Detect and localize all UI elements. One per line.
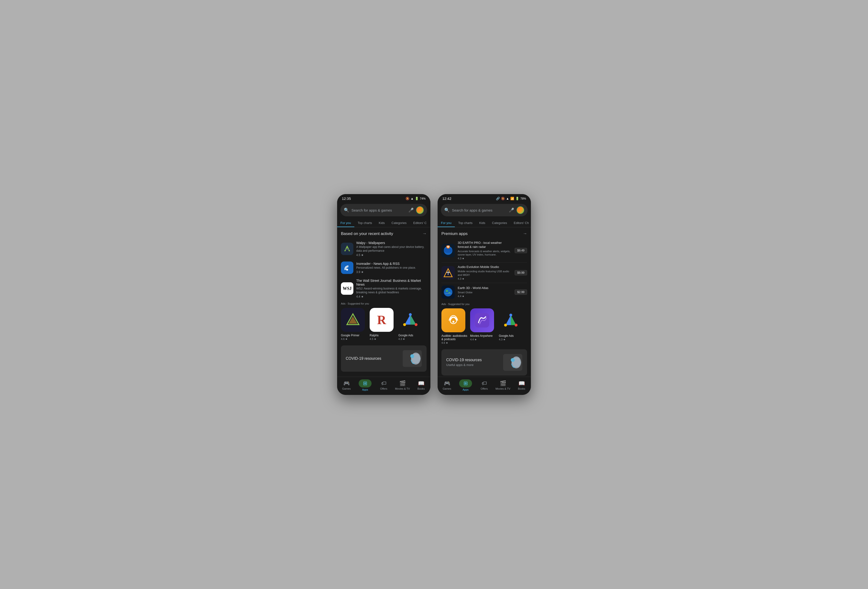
nav-movies-left[interactable]: 🎬 Movies & TV — [393, 380, 412, 390]
nav-offers-label-right: Offers — [481, 387, 488, 390]
covid-banner-right[interactable]: COVID-19 resources Useful apps & more — [441, 349, 527, 375]
google-ads-icon-right — [499, 308, 523, 332]
earth3d-price[interactable]: $2.99 — [515, 290, 527, 295]
bell-mute-icon-right: 🔕 — [501, 197, 505, 200]
earth-pro-price[interactable]: $9.49 — [515, 248, 527, 253]
list-item[interactable]: Audible: audiobooks & podcasts 4.6 ★ — [441, 308, 468, 345]
movies-anywhere-rating: 4.4 ★ — [470, 338, 477, 341]
nav-books-right[interactable]: 📖 Books — [512, 380, 531, 390]
search-icon-left: 🔍 — [344, 208, 349, 213]
covid-banner-left[interactable]: COVID-19 resources — [341, 345, 427, 372]
tab-kids-right[interactable]: Kids — [476, 219, 489, 227]
tab-top-charts-right[interactable]: Top charts — [455, 219, 476, 227]
recent-arrow-icon[interactable]: → — [422, 231, 427, 236]
tab-categories-left[interactable]: Categories — [388, 219, 410, 227]
left-phone: 12:35 🔕 ▲ 🔋 74% 🔍 Search for apps & game… — [337, 194, 430, 395]
tab-editors-right[interactable]: Editors' Ch — [510, 219, 531, 227]
audio-price[interactable]: $9.99 — [515, 270, 527, 275]
tab-for-you-left[interactable]: For you — [337, 219, 354, 227]
search-bar-right[interactable]: 🔍 Search for apps & games 🎤 — [441, 204, 527, 216]
phones-container: 12:35 🔕 ▲ 🔋 74% 🔍 Search for apps & game… — [337, 194, 531, 395]
list-item[interactable]: Google Ads 4.3 ★ — [499, 308, 525, 345]
nav-apps-label-left: Apps — [362, 388, 368, 391]
battery-text-right: 78% — [520, 197, 526, 200]
inoreader-info: Inoreader - News App & RSS Personalized … — [356, 262, 427, 274]
svg-point-0 — [346, 269, 348, 271]
premium-section-header: Premium apps → — [438, 227, 531, 239]
list-item[interactable]: 3D EARTH PRO - local weather forecast & … — [438, 239, 531, 262]
audible-name: Audible: audiobooks & podcasts — [441, 334, 468, 341]
mic-icon-right[interactable]: 🎤 — [509, 208, 514, 213]
nav-books-left[interactable]: 📖 Books — [412, 380, 430, 390]
avatar-left[interactable] — [416, 206, 424, 214]
earth3d-desc: Smart Globe — [458, 291, 512, 294]
svg-point-30 — [504, 324, 507, 327]
movies-anywhere-name: Movies Anywhere — [470, 334, 493, 337]
recent-section-header: Based on your recent activity → — [337, 227, 430, 239]
apps-icon-bg-left: ⊞ — [359, 379, 372, 387]
covid-subtitle-right: Useful apps & more — [446, 363, 482, 367]
svg-point-16 — [447, 246, 449, 248]
google-ads-icon-left — [399, 308, 422, 332]
nav-offers-right[interactable]: 🏷 Offers — [475, 380, 494, 390]
premium-arrow-icon[interactable]: → — [523, 231, 527, 236]
earth3d-info: Earth 3D - World Atlas Smart Globe 4.4 ★ — [458, 286, 512, 298]
ralphs-icon: R — [370, 308, 394, 332]
wifi-icon-right: ▲ — [506, 197, 509, 200]
apps-icon-bg-right: ⊞ — [459, 379, 472, 387]
list-item[interactable]: Earth 3D - World Atlas Smart Globe 4.4 ★… — [438, 283, 531, 301]
nav-movies-right[interactable]: 🎬 Movies & TV — [494, 380, 512, 390]
list-item[interactable]: WSJ The Wall Street Journal: Business & … — [337, 276, 430, 301]
list-item[interactable]: Google Ads 4.3 ★ — [399, 308, 425, 341]
games-icon-left: 🎮 — [343, 380, 350, 387]
nav-games-left[interactable]: 🎮 Games — [337, 380, 356, 390]
list-item[interactable]: Movies Anywhere 4.4 ★ — [470, 308, 496, 345]
wsj-name: The Wall Street Journal: Business & Mark… — [356, 279, 427, 286]
svg-point-31 — [515, 324, 518, 327]
list-item[interactable]: Audio Evolution Mobile Studio Mobile rec… — [438, 263, 531, 283]
svg-marker-28 — [511, 315, 516, 325]
nav-movies-label-right: Movies & TV — [496, 387, 510, 390]
audio-name: Audio Evolution Mobile Studio — [458, 265, 512, 269]
list-item[interactable]: Inoreader - News App & RSS Personalized … — [337, 259, 430, 276]
earth3d-meta: 4.4 ★ — [458, 295, 512, 298]
avatar-right[interactable] — [517, 206, 524, 214]
earth3d-name: Earth 3D - World Atlas — [458, 286, 512, 290]
premium-section-title: Premium apps — [441, 231, 468, 236]
nav-games-right[interactable]: 🎮 Games — [438, 380, 456, 390]
list-item[interactable]: Walpy - Wallpapers A Wallpaper app that … — [337, 239, 430, 259]
covid-illustration-left — [403, 350, 422, 367]
nav-apps-right[interactable]: ⊞ Apps — [456, 379, 475, 391]
search-bar-left[interactable]: 🔍 Search for apps & games 🎤 — [341, 204, 427, 216]
audio-desc: Mobile recording studio featuring USB au… — [458, 269, 512, 277]
status-bar-right: 12:42 🔗 🔕 ▲ 📶 🔋 78% — [438, 194, 531, 202]
signal-icon-right: 📶 — [510, 197, 514, 200]
walpy-name: Walpy - Wallpapers — [356, 241, 427, 245]
audio-icon — [441, 266, 455, 280]
status-time-right: 12:42 — [442, 196, 452, 200]
audio-meta: 4.3 ★ — [458, 277, 512, 280]
status-icons-right: 🔗 🔕 ▲ 📶 🔋 78% — [496, 197, 526, 200]
nav-movies-label-left: Movies & TV — [395, 387, 410, 390]
movies-anywhere-icon — [470, 308, 494, 332]
tab-for-you-right[interactable]: For you — [438, 219, 455, 227]
tab-kids-left[interactable]: Kids — [375, 219, 388, 227]
battery-icon-right: 🔋 — [515, 197, 519, 200]
list-item[interactable]: Google Primer 4.6 ★ — [341, 308, 367, 341]
svg-marker-5 — [410, 315, 416, 325]
tab-editors-left[interactable]: Editors' C — [410, 219, 430, 227]
google-ads-name-right: Google Ads — [499, 334, 514, 337]
tab-top-charts-left[interactable]: Top charts — [354, 219, 375, 227]
tabs-left: For you Top charts Kids Categories Edito… — [337, 219, 430, 227]
search-bar-container-left: 🔍 Search for apps & games 🎤 — [337, 202, 430, 219]
nav-games-label-right: Games — [443, 387, 451, 390]
covid-illustration-right — [503, 354, 522, 371]
nav-apps-left[interactable]: ⊞ Apps — [356, 379, 374, 391]
tab-categories-right[interactable]: Categories — [489, 219, 510, 227]
earth-pro-icon — [441, 244, 455, 257]
list-item[interactable]: R Ralphs 4.5 ★ — [370, 308, 396, 341]
nav-offers-label-left: Offers — [380, 387, 387, 390]
nav-offers-left[interactable]: 🏷 Offers — [374, 380, 393, 390]
mic-icon-left[interactable]: 🎤 — [408, 208, 414, 213]
walpy-rating: 4.5 ★ — [356, 253, 427, 257]
